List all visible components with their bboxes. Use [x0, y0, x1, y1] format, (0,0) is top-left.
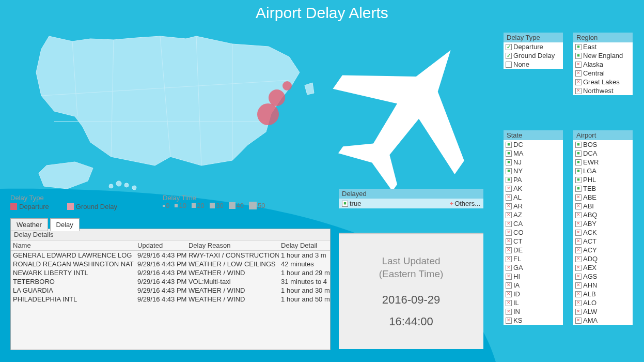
checkbox-icon[interactable] [575, 168, 582, 174]
filter-item[interactable]: Northwest [573, 86, 633, 95]
filter-item[interactable]: AGS [573, 272, 633, 281]
checkbox-icon[interactable] [506, 274, 512, 280]
checkbox-icon[interactable] [575, 44, 582, 50]
checkbox-icon[interactable] [575, 150, 582, 157]
filter-item[interactable]: LGA [573, 167, 633, 175]
checkbox-icon[interactable] [506, 318, 512, 324]
checkbox-icon[interactable] [506, 203, 512, 209]
filter-item[interactable]: TEB [573, 184, 633, 193]
filter-item[interactable]: PA [504, 175, 563, 184]
filter-item[interactable]: GA [504, 263, 563, 272]
filter-item[interactable]: Ground Delay [504, 51, 563, 60]
filter-item[interactable]: IN [504, 307, 563, 316]
tab-weather[interactable]: Weather [10, 218, 48, 231]
column-header[interactable]: Delay Reason [186, 240, 279, 251]
checkbox-icon[interactable] [575, 230, 582, 236]
filter-item[interactable]: HI [504, 272, 563, 281]
checkbox-icon[interactable] [575, 159, 582, 165]
delayed-filter[interactable]: Delayed true +Others... [339, 189, 483, 208]
table-row[interactable]: GENERAL EDWARD LAWRENCE LOG9/29/16 4:43 … [11, 251, 330, 260]
filter-item[interactable]: AK [504, 184, 563, 193]
checkbox-icon[interactable] [506, 150, 512, 157]
checkbox-icon[interactable] [575, 177, 582, 183]
checkbox-icon[interactable] [506, 168, 512, 174]
filter-item[interactable]: ACK [573, 228, 633, 237]
checkbox-icon[interactable] [506, 230, 512, 236]
filter-item[interactable]: ABE [573, 193, 633, 202]
filter-item[interactable]: ALW [573, 307, 633, 316]
table-row[interactable]: RONALD REAGAN WASHINGTON NAT9/29/16 4:43… [11, 260, 330, 268]
checkbox-icon[interactable] [506, 53, 512, 59]
filter-item[interactable]: AZ [504, 210, 563, 219]
filter-item[interactable]: New England [573, 51, 633, 60]
table-row[interactable]: LA GUARDIA9/29/16 4:43 PMWEATHER / WIND1… [11, 286, 330, 295]
checkbox-icon[interactable] [575, 256, 582, 262]
checkbox-icon[interactable] [506, 194, 512, 201]
filter-item[interactable]: NY [504, 167, 563, 175]
checkbox-icon[interactable] [506, 212, 512, 218]
checkbox-icon[interactable] [575, 318, 582, 324]
checkbox-icon[interactable] [575, 247, 582, 253]
checkbox-icon[interactable] [575, 186, 582, 192]
filter-item[interactable]: BOS [573, 140, 633, 149]
checkbox-icon[interactable] [506, 256, 512, 262]
checkbox-icon[interactable] [506, 247, 512, 253]
filter-item[interactable]: ID [504, 290, 563, 298]
filter-item[interactable]: ACY [573, 246, 633, 254]
filter-item[interactable]: AL [504, 193, 563, 202]
column-header[interactable]: Updated [135, 240, 186, 251]
checkbox-icon[interactable] [575, 212, 582, 218]
filter-item[interactable]: ALO [573, 298, 633, 307]
checkbox-icon[interactable] [575, 300, 582, 306]
checkbox-icon[interactable] [506, 142, 512, 148]
checkbox-icon[interactable] [575, 282, 582, 289]
filter-item[interactable]: DE [504, 246, 563, 254]
checkbox-icon[interactable] [575, 79, 582, 85]
table-row[interactable]: NEWARK LIBERTY INTL9/29/16 4:43 PMWEATHE… [11, 268, 330, 277]
us-map[interactable] [10, 28, 331, 204]
filter-item[interactable]: AEX [573, 263, 633, 272]
filter-item[interactable]: CO [504, 228, 563, 237]
tab-delay[interactable]: Delay [50, 218, 80, 231]
filter-state[interactable]: State DCMANJNYPAAKALARAZCACOCTDEFLGAHIIA… [504, 130, 563, 325]
map-bubble[interactable] [282, 81, 292, 90]
filter-item[interactable]: Great Lakes [573, 78, 633, 86]
filter-item[interactable]: ACT [573, 237, 633, 246]
checkbox-icon[interactable] [342, 201, 348, 207]
checkbox-icon[interactable] [506, 309, 512, 315]
filter-item[interactable]: EWR [573, 158, 633, 167]
filter-item[interactable]: IL [504, 298, 563, 307]
checkbox-icon[interactable] [575, 203, 582, 209]
others-link[interactable]: +Others... [450, 200, 480, 207]
map-bubble[interactable] [269, 89, 285, 106]
checkbox-icon[interactable] [506, 44, 512, 50]
filter-item[interactable]: NJ [504, 158, 563, 167]
checkbox-icon[interactable] [506, 238, 512, 245]
filter-item[interactable]: KS [504, 316, 563, 325]
checkbox-icon[interactable] [506, 159, 512, 165]
filter-item[interactable]: Alaska [573, 60, 633, 69]
checkbox-icon[interactable] [506, 177, 512, 183]
filter-delay-type[interactable]: Delay Type DepartureGround DelayNone [504, 33, 563, 69]
checkbox-icon[interactable] [506, 291, 512, 297]
filter-item[interactable]: Departure [504, 42, 563, 51]
table-row[interactable]: PHILADELPHIA INTL9/29/16 4:43 PMWEATHER … [11, 295, 330, 304]
filter-item[interactable]: ALB [573, 290, 633, 298]
column-header[interactable]: Name [11, 240, 135, 251]
filter-item[interactable]: MA [504, 149, 563, 158]
checkbox-icon[interactable] [506, 282, 512, 289]
checkbox-icon[interactable] [506, 300, 512, 306]
checkbox-icon[interactable] [575, 62, 582, 68]
filter-item[interactable]: None [504, 60, 563, 69]
table-row[interactable]: TETERBORO9/29/16 4:43 PMVOL:Multi-taxi31… [11, 277, 330, 286]
checkbox-icon[interactable] [575, 88, 582, 94]
column-header[interactable]: Delay Detail [279, 240, 330, 251]
checkbox-icon[interactable] [575, 309, 582, 315]
checkbox-icon[interactable] [575, 221, 582, 227]
filter-item[interactable]: IA [504, 281, 563, 290]
checkbox-icon[interactable] [575, 194, 582, 201]
checkbox-icon[interactable] [575, 70, 582, 77]
filter-item[interactable]: ABI [573, 202, 633, 210]
checkbox-icon[interactable] [575, 238, 582, 245]
filter-item[interactable]: DC [504, 140, 563, 149]
